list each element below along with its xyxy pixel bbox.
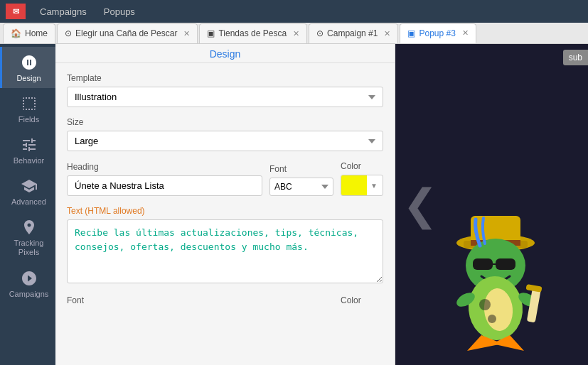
template-section: Template Illustration Simple Classic Mod… (67, 73, 383, 107)
heading-col: Heading (67, 162, 262, 196)
svg-point-11 (479, 299, 491, 310)
size-select[interactable]: Small Medium Large Extra Large (67, 131, 383, 151)
svg-point-12 (488, 315, 496, 323)
color-col: Color ▼ (341, 161, 383, 196)
tab-elegir[interactable]: ⊙ Elegir una Caña de Pescar ✕ (57, 23, 198, 43)
color-arrow[interactable]: ▼ (367, 182, 381, 190)
color-picker[interactable]: ▼ (341, 175, 383, 196)
tab-bar: 🏠 Home ⊙ Elegir una Caña de Pescar ✕ ▣ T… (0, 23, 588, 44)
mascot-svg (424, 195, 567, 358)
color-label: Color (341, 161, 383, 171)
font2-label: Font (67, 295, 333, 305)
tab-popup3-close[interactable]: ✕ (462, 28, 469, 38)
home-icon: 🏠 (11, 28, 21, 38)
size-section: Size Small Medium Large Extra Large (67, 117, 383, 151)
tab-popup3[interactable]: ▣ Popup #3 ✕ (400, 23, 476, 43)
tracking-icon (21, 219, 38, 236)
sidebar-item-advanced[interactable]: Advanced (0, 170, 55, 212)
color-swatch[interactable] (341, 175, 367, 195)
heading-label: Heading (67, 162, 262, 172)
sidebar-item-behavior[interactable]: Behavior (0, 129, 55, 170)
text-section: Text (HTML allowed) Recibe las últimas a… (67, 206, 383, 285)
app-logo: ✉ (6, 4, 26, 19)
template-select[interactable]: Illustration Simple Classic Modern (67, 87, 383, 107)
design-panel-title: Design (55, 44, 395, 63)
tab-campaign1-close[interactable]: ✕ (384, 29, 390, 38)
sub-button[interactable]: sub (563, 50, 588, 65)
svg-rect-6 (496, 258, 515, 270)
color2-label: Color (341, 295, 383, 305)
campaigns-icon (21, 270, 38, 287)
content-area: Design Template Illustration Simple Clas… (55, 44, 588, 365)
text-label: Text (HTML allowed) (67, 206, 383, 216)
mascot (424, 195, 567, 351)
campaigns-nav[interactable]: Campaigns (33, 4, 94, 20)
main-layout: Design Fields Behavior Advanced (0, 44, 588, 365)
tab-popup3-icon: ▣ (407, 28, 415, 38)
tab-tiendas[interactable]: ▣ Tiendas de Pesca ✕ (199, 23, 307, 43)
font-col: Font ABC Arial Georgia (269, 164, 333, 196)
design-icon (21, 54, 38, 71)
tab-tiendas-close[interactable]: ✕ (293, 29, 299, 38)
sidebar-item-fields[interactable]: Fields (0, 88, 55, 129)
text-textarea[interactable]: Recibe las últimas actualizaciones, tips… (67, 219, 383, 283)
size-label: Size (67, 117, 383, 127)
tab-campaign1[interactable]: ⊙ Campaign #1 ✕ (309, 23, 398, 43)
behavior-icon (21, 136, 38, 153)
tab-tiendas-icon: ▣ (207, 28, 215, 38)
tab-elegir-icon: ⊙ (65, 28, 72, 38)
sidebar-item-tracking[interactable]: Tracking Pixels (0, 212, 55, 263)
top-bar: ✉ Campaigns Popups (0, 0, 588, 23)
font-select[interactable]: ABC Arial Georgia (269, 178, 333, 196)
sidebar-item-campaigns[interactable]: Campaigns (0, 263, 55, 304)
svg-rect-5 (473, 258, 493, 270)
font2-section: Font Color (67, 295, 383, 309)
panel-scroll[interactable]: Template Illustration Simple Classic Mod… (55, 63, 395, 365)
heading-row: Heading Font ABC Arial Georgia (67, 161, 383, 196)
fields-icon (21, 95, 38, 112)
tab-campaign1-icon: ⊙ (316, 28, 324, 38)
sidebar: Design Fields Behavior Advanced (0, 44, 55, 365)
sidebar-item-design[interactable]: Design (0, 47, 55, 88)
font-label: Font (269, 164, 333, 174)
template-label: Template (67, 73, 383, 83)
design-panel: Design Template Illustration Simple Clas… (55, 44, 395, 365)
heading-section: Heading Font ABC Arial Georgia (67, 161, 383, 196)
advanced-icon (21, 178, 38, 195)
popups-nav[interactable]: Popups (97, 4, 142, 20)
tab-elegir-close[interactable]: ✕ (183, 29, 190, 38)
tab-home[interactable]: 🏠 Home (3, 23, 55, 43)
heading-input[interactable] (67, 175, 262, 196)
preview-panel: sub ❮ (395, 44, 588, 365)
